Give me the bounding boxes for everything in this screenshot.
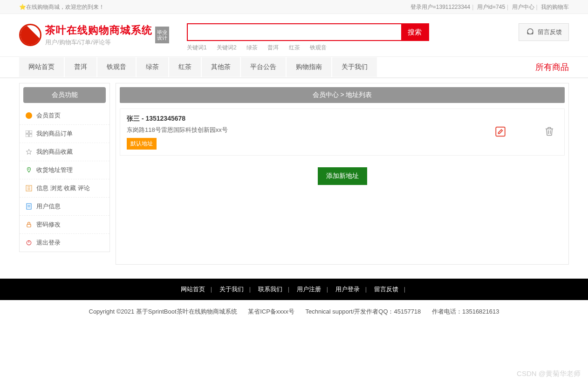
lock-icon [25, 221, 33, 228]
address-card: 张三 - 13512345678 东岗路118号雷恩国际科技创新园xx号 默认地… [120, 109, 565, 156]
svg-rect-2 [29, 130, 32, 133]
nav-item-red[interactable]: 红茶 [169, 57, 201, 77]
topbar-login-user: 登录用户=13911223344 [410, 4, 470, 10]
headset-icon [526, 27, 535, 37]
add-address-button[interactable]: 添加新地址 [318, 167, 367, 185]
logo-icon [19, 24, 41, 46]
nav-item-notice[interactable]: 平台公告 [241, 57, 286, 77]
sidebar-item-address[interactable]: 收货地址管理 [20, 161, 109, 179]
svg-point-5 [28, 169, 29, 170]
delete-address-button[interactable] [544, 125, 555, 139]
sidebar-item-fav[interactable]: 我的商品收藏 [20, 143, 109, 161]
svg-rect-13 [27, 224, 31, 227]
keyword-link[interactable]: 关键词2 [217, 44, 237, 51]
footer-link-home[interactable]: 网站首页 [181, 286, 205, 293]
keyword-link[interactable]: 普洱 [267, 44, 279, 51]
sidebar-item-logout[interactable]: 退出登录 [20, 234, 109, 252]
star-outline-icon [25, 148, 33, 156]
svg-rect-16 [496, 127, 505, 136]
footer-copyright: Copyright ©2021 基于SprintBoot茶叶在线购物商城系统 某… [0, 300, 588, 335]
edit-icon [494, 125, 506, 137]
topbar-user-id: 用户id=745 [477, 4, 505, 10]
address-name: 张三 - 13512345678 [127, 115, 558, 123]
search-keywords: 关键词1 关键词2 绿茶 普洱 红茶 铁观音 [187, 44, 429, 52]
address-detail: 东岗路118号雷恩国际科技创新园xx号 [127, 126, 558, 134]
topbar-welcome: ⭐在线购物商城，欢迎您的到来！ [19, 0, 104, 14]
footer-nav: 网站首页| 关于我们| 联系我们| 用户注册| 用户登录| 留言反馈| [0, 279, 588, 300]
main-nav: 网站首页 普洱 铁观音 绿茶 红茶 其他茶 平台公告 购物指南 关于我们 所有商… [0, 56, 588, 78]
list-icon [25, 185, 33, 192]
site-title: 茶叶在线购物商城系统 [45, 23, 152, 37]
nav-item-home[interactable]: 网站首页 [19, 57, 64, 77]
nav-item-other[interactable]: 其他茶 [202, 57, 240, 77]
clipboard-icon [25, 203, 33, 210]
search-button[interactable]: 搜索 [401, 24, 428, 40]
svg-point-0 [527, 29, 533, 34]
keyword-link[interactable]: 绿茶 [246, 44, 258, 51]
keyword-link[interactable]: 红茶 [289, 44, 300, 51]
nav-item-tieguanyin[interactable]: 铁观音 [97, 57, 136, 77]
footer-link-about[interactable]: 关于我们 [219, 286, 244, 293]
dot-icon [25, 112, 33, 119]
badge: 毕业设计 [155, 27, 169, 43]
keyword-link[interactable]: 铁观音 [310, 44, 327, 51]
feedback-label: 留言反馈 [538, 28, 562, 36]
nav-item-guide[interactable]: 购物指南 [287, 57, 331, 77]
footer-link-register[interactable]: 用户注册 [297, 286, 321, 293]
site-subtitle: 用户/购物车/订单/评论等 [45, 38, 152, 47]
sidebar-item-home[interactable]: 会员首页 [20, 107, 109, 125]
footer-link-login[interactable]: 用户登录 [335, 286, 360, 293]
search-input[interactable] [188, 24, 401, 40]
footer-link-contact[interactable]: 联系我们 [258, 286, 282, 293]
svg-rect-3 [26, 134, 28, 137]
header: 茶叶在线购物商城系统 用户/购物车/订单/评论等 毕业设计 搜索 关键词1 关键… [14, 14, 574, 56]
power-icon [25, 239, 33, 246]
main: 会员功能 会员首页 我的商品订单 我的商品收藏 收货地址管理 信息 浏览 收藏 … [14, 83, 574, 265]
star-icon: ⭐ [19, 4, 26, 10]
nav-item-about[interactable]: 关于我们 [332, 57, 377, 77]
grid-icon [25, 130, 33, 137]
topbar-my-cart-link[interactable]: 我的购物车 [541, 4, 569, 10]
keyword-link[interactable]: 关键词1 [187, 44, 207, 51]
logo-area: 茶叶在线购物商城系统 用户/购物车/订单/评论等 毕业设计 [19, 23, 187, 47]
sidebar: 会员功能 会员首页 我的商品订单 我的商品收藏 收货地址管理 信息 浏览 收藏 … [19, 83, 110, 252]
nav-item-green[interactable]: 绿茶 [137, 57, 168, 77]
breadcrumb: 会员中心 > 地址列表 [120, 87, 565, 103]
sidebar-item-info[interactable]: 信息 浏览 收藏 评论 [20, 179, 109, 198]
location-icon [25, 166, 33, 174]
sidebar-title: 会员功能 [23, 87, 106, 103]
footer-link-feedback[interactable]: 留言反馈 [374, 286, 398, 293]
feedback-button[interactable]: 留言反馈 [519, 23, 569, 41]
sidebar-item-orders[interactable]: 我的商品订单 [20, 125, 109, 143]
topbar: ⭐在线购物商城，欢迎您的到来！ 登录用户=13911223344| 用户id=7… [0, 0, 588, 14]
search-box: 搜索 [187, 23, 429, 41]
svg-rect-4 [29, 134, 32, 137]
search-area: 搜索 关键词1 关键词2 绿茶 普洱 红茶 铁观音 [187, 23, 429, 52]
sidebar-item-password[interactable]: 密码修改 [20, 216, 109, 234]
sidebar-item-user[interactable]: 用户信息 [20, 198, 109, 216]
content: 会员中心 > 地址列表 张三 - 13512345678 东岗路118号雷恩国际… [116, 83, 569, 265]
nav-item-puer[interactable]: 普洱 [65, 57, 96, 77]
trash-icon [544, 125, 555, 137]
topbar-user-center-link[interactable]: 用户中心 [512, 4, 534, 10]
svg-rect-1 [26, 130, 28, 133]
default-address-tag: 默认地址 [127, 138, 157, 150]
svg-rect-10 [27, 204, 31, 209]
topbar-right: 登录用户=13911223344| 用户id=745| 用户中心| 我的购物车 [410, 0, 569, 14]
edit-address-button[interactable] [494, 125, 506, 139]
nav-all-goods-link[interactable]: 所有商品 [535, 57, 569, 77]
